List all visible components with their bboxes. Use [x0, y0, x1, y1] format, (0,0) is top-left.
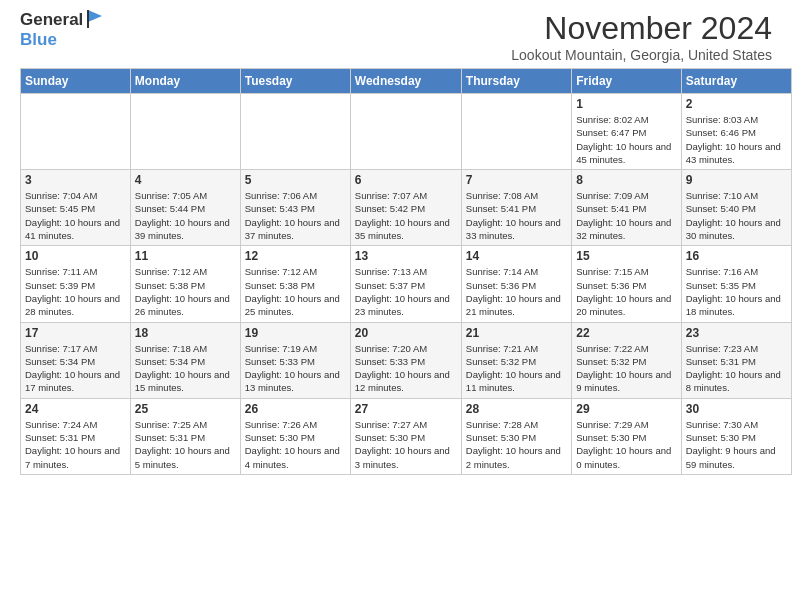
day-info: Sunrise: 7:10 AMSunset: 5:40 PMDaylight:… — [686, 189, 787, 242]
week-row-2: 3Sunrise: 7:04 AMSunset: 5:45 PMDaylight… — [21, 170, 792, 246]
day-info-line: Sunset: 5:32 PM — [466, 355, 567, 368]
day-info-line: Daylight: 10 hours and 33 minutes. — [466, 216, 567, 243]
location: Lookout Mountain, Georgia, United States — [511, 47, 772, 63]
day-info-line: Sunrise: 7:12 AM — [245, 265, 346, 278]
day-info-line: Sunrise: 7:18 AM — [135, 342, 236, 355]
day-info-line: Sunrise: 7:11 AM — [25, 265, 126, 278]
day-info-line: Daylight: 10 hours and 43 minutes. — [686, 140, 787, 167]
day-info-line: Daylight: 10 hours and 0 minutes. — [576, 444, 676, 471]
day-info-line: Daylight: 10 hours and 37 minutes. — [245, 216, 346, 243]
day-info-line: Sunset: 5:30 PM — [245, 431, 346, 444]
day-number: 23 — [686, 326, 787, 340]
day-info-line: Sunset: 5:32 PM — [576, 355, 676, 368]
day-info-line: Sunset: 5:40 PM — [686, 202, 787, 215]
day-info-line: Sunset: 5:30 PM — [355, 431, 457, 444]
day-info: Sunrise: 7:24 AMSunset: 5:31 PMDaylight:… — [25, 418, 126, 471]
logo: General Blue — [20, 10, 106, 50]
day-info-line: Daylight: 10 hours and 17 minutes. — [25, 368, 126, 395]
day-number: 26 — [245, 402, 346, 416]
calendar-cell: 4Sunrise: 7:05 AMSunset: 5:44 PMDaylight… — [130, 170, 240, 246]
day-number: 17 — [25, 326, 126, 340]
day-info-line: Sunset: 5:41 PM — [576, 202, 676, 215]
day-number: 24 — [25, 402, 126, 416]
day-info: Sunrise: 7:12 AMSunset: 5:38 PMDaylight:… — [245, 265, 346, 318]
day-info: Sunrise: 7:28 AMSunset: 5:30 PMDaylight:… — [466, 418, 567, 471]
day-info-line: Daylight: 10 hours and 13 minutes. — [245, 368, 346, 395]
day-info: Sunrise: 7:05 AMSunset: 5:44 PMDaylight:… — [135, 189, 236, 242]
day-info-line: Sunrise: 7:08 AM — [466, 189, 567, 202]
col-monday: Monday — [130, 69, 240, 94]
calendar-wrapper: Sunday Monday Tuesday Wednesday Thursday… — [0, 68, 792, 480]
col-wednesday: Wednesday — [350, 69, 461, 94]
day-info-line: Daylight: 10 hours and 7 minutes. — [25, 444, 126, 471]
day-info-line: Daylight: 10 hours and 41 minutes. — [25, 216, 126, 243]
calendar-cell — [240, 94, 350, 170]
day-info-line: Sunrise: 8:02 AM — [576, 113, 676, 126]
day-info: Sunrise: 7:06 AMSunset: 5:43 PMDaylight:… — [245, 189, 346, 242]
calendar-cell: 8Sunrise: 7:09 AMSunset: 5:41 PMDaylight… — [572, 170, 681, 246]
day-info-line: Sunset: 5:34 PM — [25, 355, 126, 368]
day-info-line: Sunrise: 7:12 AM — [135, 265, 236, 278]
calendar-cell: 18Sunrise: 7:18 AMSunset: 5:34 PMDayligh… — [130, 322, 240, 398]
day-info-line: Sunrise: 7:06 AM — [245, 189, 346, 202]
calendar-cell: 23Sunrise: 7:23 AMSunset: 5:31 PMDayligh… — [681, 322, 791, 398]
day-info-line: Daylight: 10 hours and 23 minutes. — [355, 292, 457, 319]
day-number: 9 — [686, 173, 787, 187]
day-info: Sunrise: 7:04 AMSunset: 5:45 PMDaylight:… — [25, 189, 126, 242]
calendar-cell: 14Sunrise: 7:14 AMSunset: 5:36 PMDayligh… — [461, 246, 571, 322]
day-info-line: Sunrise: 7:04 AM — [25, 189, 126, 202]
calendar-cell: 7Sunrise: 7:08 AMSunset: 5:41 PMDaylight… — [461, 170, 571, 246]
day-info-line: Daylight: 10 hours and 35 minutes. — [355, 216, 457, 243]
calendar-cell: 28Sunrise: 7:28 AMSunset: 5:30 PMDayligh… — [461, 398, 571, 474]
calendar-cell: 12Sunrise: 7:12 AMSunset: 5:38 PMDayligh… — [240, 246, 350, 322]
day-info-line: Sunset: 5:42 PM — [355, 202, 457, 215]
day-number: 12 — [245, 249, 346, 263]
col-thursday: Thursday — [461, 69, 571, 94]
col-saturday: Saturday — [681, 69, 791, 94]
calendar-table: Sunday Monday Tuesday Wednesday Thursday… — [20, 68, 792, 475]
day-info-line: Sunset: 5:30 PM — [576, 431, 676, 444]
day-number: 13 — [355, 249, 457, 263]
day-info-line: Sunrise: 8:03 AM — [686, 113, 787, 126]
day-info-line: Sunrise: 7:23 AM — [686, 342, 787, 355]
calendar-cell: 25Sunrise: 7:25 AMSunset: 5:31 PMDayligh… — [130, 398, 240, 474]
day-number: 6 — [355, 173, 457, 187]
logo-flag-icon — [84, 8, 106, 30]
calendar-cell: 26Sunrise: 7:26 AMSunset: 5:30 PMDayligh… — [240, 398, 350, 474]
title-section: November 2024 Lookout Mountain, Georgia,… — [511, 10, 772, 63]
day-number: 27 — [355, 402, 457, 416]
day-info-line: Daylight: 10 hours and 2 minutes. — [466, 444, 567, 471]
calendar-cell: 10Sunrise: 7:11 AMSunset: 5:39 PMDayligh… — [21, 246, 131, 322]
day-info: Sunrise: 7:20 AMSunset: 5:33 PMDaylight:… — [355, 342, 457, 395]
day-info-line: Sunset: 5:36 PM — [576, 279, 676, 292]
day-number: 29 — [576, 402, 676, 416]
calendar-cell: 1Sunrise: 8:02 AMSunset: 6:47 PMDaylight… — [572, 94, 681, 170]
day-number: 16 — [686, 249, 787, 263]
day-info-line: Sunset: 5:35 PM — [686, 279, 787, 292]
calendar-cell: 20Sunrise: 7:20 AMSunset: 5:33 PMDayligh… — [350, 322, 461, 398]
day-number: 21 — [466, 326, 567, 340]
day-info-line: Sunrise: 7:20 AM — [355, 342, 457, 355]
day-info-line: Daylight: 10 hours and 32 minutes. — [576, 216, 676, 243]
day-info-line: Sunrise: 7:24 AM — [25, 418, 126, 431]
day-info: Sunrise: 7:16 AMSunset: 5:35 PMDaylight:… — [686, 265, 787, 318]
week-row-5: 24Sunrise: 7:24 AMSunset: 5:31 PMDayligh… — [21, 398, 792, 474]
day-info: Sunrise: 7:09 AMSunset: 5:41 PMDaylight:… — [576, 189, 676, 242]
day-info-line: Daylight: 10 hours and 9 minutes. — [576, 368, 676, 395]
day-info-line: Sunrise: 7:29 AM — [576, 418, 676, 431]
day-info-line: Daylight: 10 hours and 11 minutes. — [466, 368, 567, 395]
day-info: Sunrise: 7:27 AMSunset: 5:30 PMDaylight:… — [355, 418, 457, 471]
day-info-line: Sunrise: 7:25 AM — [135, 418, 236, 431]
day-number: 2 — [686, 97, 787, 111]
calendar-cell: 22Sunrise: 7:22 AMSunset: 5:32 PMDayligh… — [572, 322, 681, 398]
week-row-1: 1Sunrise: 8:02 AMSunset: 6:47 PMDaylight… — [21, 94, 792, 170]
col-friday: Friday — [572, 69, 681, 94]
day-info-line: Daylight: 10 hours and 20 minutes. — [576, 292, 676, 319]
day-info-line: Sunrise: 7:17 AM — [25, 342, 126, 355]
day-info-line: Sunset: 5:45 PM — [25, 202, 126, 215]
calendar-cell: 27Sunrise: 7:27 AMSunset: 5:30 PMDayligh… — [350, 398, 461, 474]
day-number: 8 — [576, 173, 676, 187]
day-info-line: Sunrise: 7:30 AM — [686, 418, 787, 431]
day-info-line: Sunrise: 7:14 AM — [466, 265, 567, 278]
day-info: Sunrise: 7:08 AMSunset: 5:41 PMDaylight:… — [466, 189, 567, 242]
